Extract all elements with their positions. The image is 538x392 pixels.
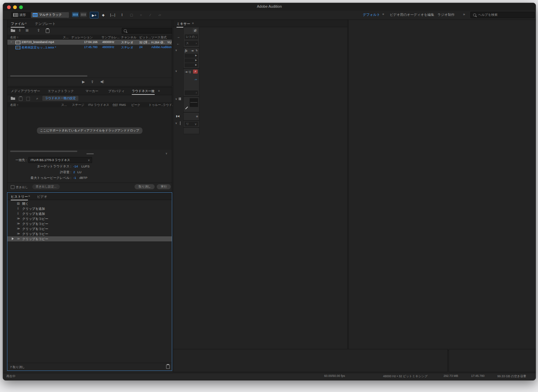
send-output-select[interactable]: ›: [185, 90, 198, 95]
files-search-box[interactable]: [122, 28, 172, 34]
eq-section-collapse-icon[interactable]: ∨: [175, 97, 177, 101]
workspace-tab-1[interactable]: デフォルト: [363, 12, 380, 17]
tab-1[interactable]: メディアブラウザー: [11, 89, 40, 93]
eq-edit-pencil-icon[interactable]: [185, 107, 188, 109]
fx-prepost-icon[interactable]: ⇥: [191, 49, 194, 52]
file-row[interactable]: >230723_brassband.mp417:04.16648000Hzステレ…: [7, 40, 172, 45]
fx-slot[interactable]: ▶: [185, 58, 198, 63]
fx-section-collapse-icon[interactable]: ∨: [175, 49, 177, 52]
help-search-box[interactable]: ヘルプを検索: [470, 12, 535, 18]
fx-slot[interactable]: ▶: [185, 63, 198, 67]
multitrack-mode-button[interactable]: マルチトラック: [31, 12, 69, 18]
waveform-mode-button[interactable]: 波形: [11, 12, 32, 18]
automation-mode-select[interactable]: り∨: [185, 122, 198, 126]
column-header[interactable]: 名前 ↑: [10, 103, 18, 107]
preview-autoplay-icon[interactable]: ⇪: [91, 80, 94, 84]
workspace-tab-2[interactable]: ビデオ用のオーディオを編集: [390, 12, 434, 17]
panel-menu-icon[interactable]: ≡: [158, 89, 160, 92]
collapse-chevron-icon[interactable]: ∨: [165, 152, 167, 155]
send-prefader-button[interactable]: ↱: [193, 70, 198, 74]
column-header[interactable]: デュレーション: [71, 35, 93, 40]
export-checkbox[interactable]: [11, 185, 14, 189]
history-item[interactable]: ≫クリップをコピー: [7, 231, 172, 236]
run-button[interactable]: 実行: [157, 184, 171, 189]
sends-section: ⇥ り↱-∞›: [183, 69, 199, 96]
column-header[interactable]: ピーク: [131, 103, 140, 107]
sends-section-collapse-icon[interactable]: ∨: [175, 70, 177, 73]
tab-video[interactable]: ビデオ: [37, 194, 47, 199]
column-header[interactable]: 名前 ↑: [10, 35, 18, 40]
search-icon: [124, 29, 127, 32]
history-item[interactable]: ≫クリップをコピー: [7, 216, 172, 221]
history-item[interactable]: ⇩クリップを追加: [7, 206, 172, 211]
open-file-icon[interactable]: [11, 29, 15, 32]
loudness-settings-button[interactable]: ラウドネス一致の設定: [42, 96, 78, 101]
analyze-icon[interactable]: ⌕: [36, 96, 38, 101]
cancel-button[interactable]: 取り消し: [134, 184, 155, 189]
tab-5[interactable]: ラウドネス一致: [132, 89, 155, 95]
export-icon[interactable]: ⇪: [37, 29, 42, 32]
column-header[interactable]: トゥルー...: [149, 103, 163, 107]
panel-menu-icon[interactable]: ≡: [25, 22, 27, 25]
open-file-icon[interactable]: [11, 97, 15, 100]
preview-volume-icon[interactable]: ◀): [100, 80, 104, 83]
splitter-grip[interactable]: [86, 153, 94, 154]
column-header[interactable]: ITU ラウドネス: [88, 103, 109, 107]
new-item-icon[interactable]: ⊞: [26, 29, 30, 32]
history-item[interactable]: ⇩クリップを追加: [7, 211, 172, 216]
max-true-peak-value[interactable]: -1: [73, 176, 76, 180]
engine-status[interactable]: 48000 Hz • 32 ビットミキシング: [383, 374, 428, 379]
razor-tool[interactable]: ◆: [99, 12, 107, 18]
history-item[interactable]: ≫クリップをコピー: [7, 221, 172, 226]
workspace-tab-3[interactable]: ラジオ制作: [437, 12, 455, 17]
workspace-overflow-button[interactable]: »: [463, 12, 465, 16]
tolerance-value[interactable]: 2: [73, 170, 75, 174]
column-header[interactable]: ス...: [61, 103, 67, 107]
history-item[interactable]: ▤開く: [7, 201, 172, 206]
preview-play-icon[interactable]: ▶: [82, 80, 85, 84]
match-to-select[interactable]: ITU-R BS.1770-3 ラウドネス∨: [28, 157, 92, 163]
file-row[interactable]: 名称未設定セッ...1.sesx *17:45.78048000Hzステレオ24…: [7, 45, 172, 50]
slot-expand-icon[interactable]: ▶: [195, 64, 197, 66]
tab-2[interactable]: エフェクトラック: [48, 89, 74, 93]
column-header[interactable]: ビット...: [139, 35, 151, 40]
column-header[interactable]: ソース形式: [151, 35, 166, 40]
time-selection-tool[interactable]: |↔|: [109, 12, 117, 18]
workspace-menu-icon[interactable]: ≡: [382, 12, 384, 16]
column-header[interactable]: チャンネル: [121, 35, 137, 40]
tab-templates[interactable]: テンプレート: [35, 22, 55, 26]
trash-icon[interactable]: [46, 29, 49, 33]
tab-4[interactable]: プロパティ: [108, 89, 125, 93]
slot-expand-icon[interactable]: ▶: [195, 59, 197, 62]
column-header[interactable]: ステージ: [72, 103, 84, 107]
fx-lightning-icon[interactable]: ϟ: [196, 49, 197, 52]
history-item[interactable]: ≫クリップをコピー: [7, 226, 172, 231]
output-select[interactable]: ス›: [185, 41, 198, 46]
eq-graph-line: [190, 102, 197, 103]
tab-3[interactable]: マーカー: [85, 89, 98, 93]
column-header[interactable]: サンプルレ...: [102, 35, 120, 40]
phase-button[interactable]: Ø: [193, 28, 198, 33]
eq-graph[interactable]: [190, 98, 198, 107]
input-select[interactable]: レトの›: [185, 34, 198, 39]
trash-icon[interactable]: [166, 365, 170, 369]
automation-section-collapse-icon[interactable]: ∨: [175, 122, 177, 125]
tab-history[interactable]: ヒストリー: [11, 194, 28, 200]
history-item[interactable]: ≫クリップをコピー: [7, 236, 172, 241]
column-header[interactable]: 合計 RMS: [112, 103, 126, 107]
files-hscrollbar[interactable]: [10, 75, 87, 77]
slot-expand-icon[interactable]: ▶: [195, 54, 197, 57]
spectral-view-button[interactable]: [80, 12, 87, 17]
waveform-view-button[interactable]: [72, 12, 79, 17]
fx-slot[interactable]: ▶: [185, 54, 198, 58]
expand-chevron-icon[interactable]: >: [10, 40, 12, 43]
loudness-hscrollbar[interactable]: [10, 151, 77, 152]
target-loudness-value[interactable]: -14: [73, 164, 78, 168]
import-file-icon[interactable]: ⇩: [18, 29, 22, 32]
export-settings-button[interactable]: 書き出し設定...: [32, 184, 60, 189]
column-header[interactable]: ス...: [63, 35, 69, 40]
move-tool[interactable]: ▶+: [90, 12, 99, 18]
panel-menu-icon[interactable]: ≡: [192, 22, 194, 25]
ibeam-tool[interactable]: I: [118, 12, 126, 18]
panel-menu-icon[interactable]: ≡: [28, 194, 30, 198]
